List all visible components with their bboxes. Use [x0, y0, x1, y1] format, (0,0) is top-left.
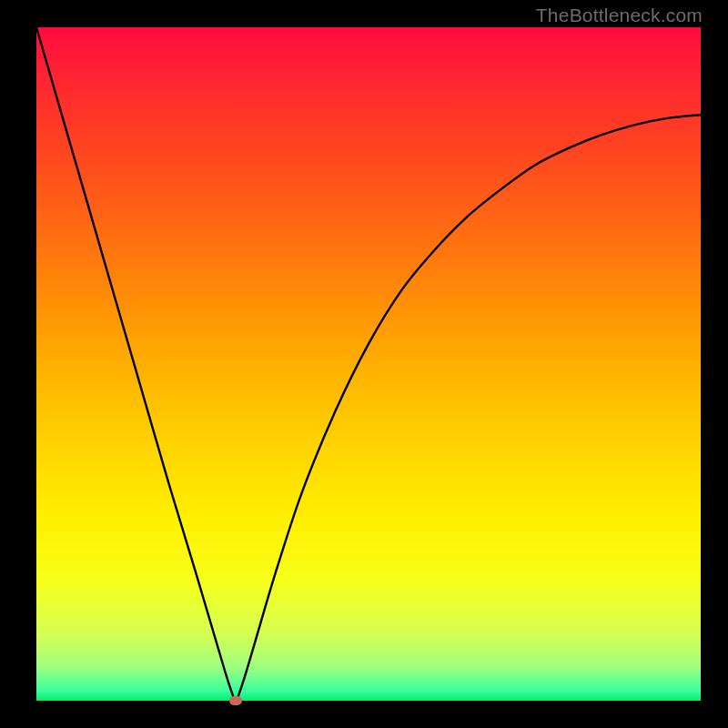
plot-area — [36, 27, 701, 701]
bottleneck-curve — [36, 27, 701, 701]
curve-svg — [36, 27, 701, 701]
minimum-marker — [229, 696, 242, 705]
chart-frame: TheBottleneck.com — [0, 0, 728, 728]
watermark-text: TheBottleneck.com — [536, 5, 703, 26]
